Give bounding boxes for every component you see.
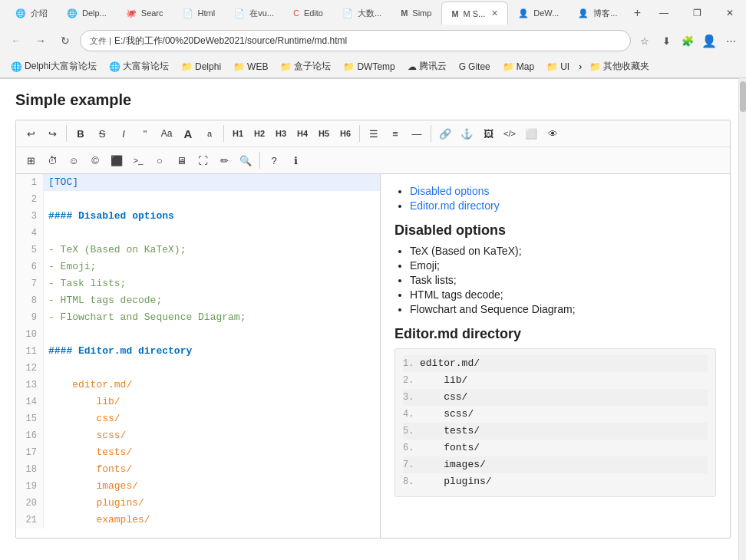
code-line-4: 4 xyxy=(16,225,380,242)
url-display: E:/我的工作/00%20DeWeb2021/source/Runtime/md… xyxy=(114,35,347,48)
h6-button[interactable]: H6 xyxy=(335,124,355,143)
code-block-row: 8. plugins/ xyxy=(403,473,708,490)
bookmark-other[interactable]: 📁 其他收藏夹 xyxy=(585,58,654,74)
close-button[interactable]: ✕ xyxy=(720,6,740,20)
toolbar-row2: ⊞ ⏱ ☺ © ⬛ >_ ○ 🖥 ⛶ ✏ 🔍 ? ℹ xyxy=(16,147,730,174)
page-content: Simple example ↩ ↪ B S I " Aa A a H1 H2 … xyxy=(0,79,746,560)
tab-item[interactable]: 🌐 Delp... xyxy=(58,2,116,25)
h1-button[interactable]: H1 xyxy=(228,124,248,143)
h5-button[interactable]: H5 xyxy=(314,124,334,143)
bookmarks-more-button[interactable]: › xyxy=(579,61,582,72)
redo-button[interactable]: ↪ xyxy=(42,124,62,143)
code-editor[interactable]: 1 [TOC] 2 3 #### Disabled options 4 5 xyxy=(16,174,381,538)
font-button[interactable]: Aa xyxy=(157,124,177,143)
address-input[interactable]: 文件 | E:/我的工作/00%20DeWeb2021/source/Runti… xyxy=(80,30,631,51)
toolbar-separator xyxy=(66,125,67,142)
bookmark-delphi-forum[interactable]: 🌐 Delphi大富翁论坛 xyxy=(6,58,101,74)
hide-button[interactable]: ○ xyxy=(150,150,170,170)
download-icon[interactable]: ⬇ xyxy=(657,31,675,50)
maximize-button[interactable]: ❐ xyxy=(687,6,708,20)
bookmark-gitee[interactable]: G Gitee xyxy=(454,60,495,74)
toc-link-editormd[interactable]: Editor.md directory xyxy=(410,199,500,212)
bookmark-dwtemp[interactable]: 📁 DWTemp xyxy=(338,60,399,74)
list-item: TeX (Based on KaTeX); xyxy=(410,245,716,257)
code-line-8: 8 - HTML tags decode; xyxy=(16,292,380,309)
scrollbar-thumb[interactable] xyxy=(740,81,746,112)
tab-item[interactable]: 👤 DeW... xyxy=(509,2,568,25)
strikethrough-button[interactable]: S xyxy=(92,124,112,143)
folder-icon: 📁 xyxy=(343,61,355,72)
page-scrollbar[interactable] xyxy=(738,78,746,560)
forward-button[interactable]: → xyxy=(31,31,51,51)
bookmark-map[interactable]: 📁 Map xyxy=(498,60,539,74)
link-button[interactable]: 🔗 xyxy=(435,124,455,143)
minimize-button[interactable]: — xyxy=(653,6,675,20)
bookmark-delphi[interactable]: 📁 Delphi xyxy=(177,60,226,74)
undo-button[interactable]: ↩ xyxy=(21,124,41,143)
copyright-button[interactable]: © xyxy=(85,150,105,170)
screen-button[interactable]: 🖥 xyxy=(171,150,191,170)
tab-item[interactable]: 🌐 介绍 xyxy=(6,2,57,25)
profile-icon[interactable]: 👤 xyxy=(700,31,718,50)
font-size-up-button[interactable]: A xyxy=(178,124,198,143)
bookmark-box[interactable]: 📁 盒子论坛 xyxy=(276,58,335,74)
code2-button[interactable]: >_ xyxy=(128,150,148,170)
toc-item: Editor.md directory xyxy=(410,199,716,212)
help-button[interactable]: ? xyxy=(264,150,284,170)
datetime-button[interactable]: ⏱ xyxy=(42,150,62,170)
back-button[interactable]: ← xyxy=(6,31,26,51)
tab-close-icon[interactable]: ✕ xyxy=(491,8,498,18)
bookmark-tencent[interactable]: ☁ 腾讯云 xyxy=(403,58,451,74)
tab-item-active[interactable]: M M S... ✕ xyxy=(441,2,508,25)
table-button[interactable]: ⊞ xyxy=(21,150,41,170)
favorites-icon[interactable]: ☆ xyxy=(635,31,654,50)
tab-item[interactable]: 🐙 Searc xyxy=(117,2,173,25)
ordered-list-button[interactable]: ≡ xyxy=(385,124,405,143)
folder-icon: 📁 xyxy=(503,61,514,72)
code-line-14: 14 lib/ xyxy=(16,394,380,410)
info-button[interactable]: ℹ xyxy=(286,150,305,170)
code-line-21: 21 examples/ xyxy=(16,512,380,529)
preview-button[interactable]: 👁 xyxy=(543,124,563,143)
toc-link-disabled[interactable]: Disabled options xyxy=(410,185,490,197)
font-size-down-button[interactable]: a xyxy=(200,124,220,143)
anchor-button[interactable]: ⚓ xyxy=(457,124,477,143)
tab-item[interactable]: 📄 大数... xyxy=(333,2,391,25)
settings-icon[interactable]: ⋯ xyxy=(721,31,740,50)
tab-item[interactable]: C Edito xyxy=(284,2,332,25)
page-title: Simple example xyxy=(15,91,731,109)
h3-button[interactable]: H3 xyxy=(271,124,291,143)
tab-item[interactable]: M Simp xyxy=(391,2,441,25)
tab-item[interactable]: 📄 在vu... xyxy=(225,2,283,25)
unordered-list-button[interactable]: ☰ xyxy=(364,124,384,143)
preview-panel: Disabled options Editor.md directory Dis… xyxy=(381,174,730,538)
bookmark-dafuweng[interactable]: 🌐 大富翁论坛 xyxy=(104,58,173,74)
code-inline-button[interactable]: </> xyxy=(500,124,520,143)
emoji-button[interactable]: ☺ xyxy=(64,150,84,170)
fullscreen-button[interactable]: ⛶ xyxy=(193,150,213,170)
hr-button[interactable]: — xyxy=(407,124,427,143)
code-block-row: 6. fonts/ xyxy=(403,440,708,456)
image-button[interactable]: 🖼 xyxy=(478,124,498,143)
bold-button[interactable]: B xyxy=(71,124,91,143)
search-button[interactable]: 🔍 xyxy=(236,150,256,170)
tab-item[interactable]: 👤 博客... xyxy=(569,2,626,25)
code-block-button[interactable]: ⬜ xyxy=(521,124,541,143)
extensions-icon[interactable]: 🧩 xyxy=(678,31,697,50)
code-block-row: 7. images/ xyxy=(403,456,708,473)
h2-button[interactable]: H2 xyxy=(249,124,269,143)
pencil-button[interactable]: ✏ xyxy=(214,150,234,170)
protocol-label: 文件 | xyxy=(90,35,111,47)
list-item: Task lists; xyxy=(410,274,716,286)
new-tab-button[interactable]: + xyxy=(626,2,648,24)
tab-item[interactable]: 📄 Html xyxy=(173,2,225,25)
bookmark-ui[interactable]: 📁 UI xyxy=(542,60,574,74)
h4-button[interactable]: H4 xyxy=(292,124,312,143)
image2-button[interactable]: ⬛ xyxy=(107,150,127,170)
quote-button[interactable]: " xyxy=(135,124,155,143)
code-line-2: 2 xyxy=(16,191,380,208)
reload-button[interactable]: ↻ xyxy=(55,31,75,51)
italic-button[interactable]: I xyxy=(114,124,134,143)
bookmark-web[interactable]: 📁 WEB xyxy=(229,60,272,74)
bookmark-icon: 🌐 xyxy=(109,61,120,72)
